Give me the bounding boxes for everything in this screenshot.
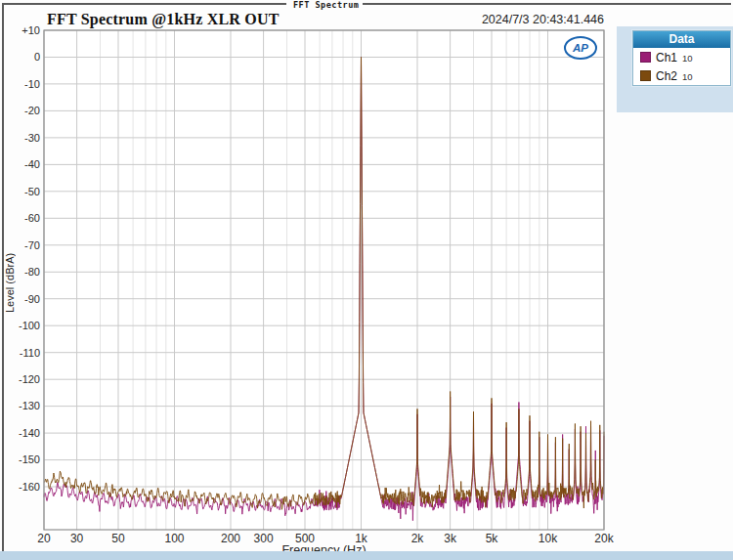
svg-text:-80: -80 [24,266,40,278]
legend-swatch-ch1 [640,52,651,63]
legend-row-ch1[interactable]: Ch110 [633,48,730,66]
ap-logo-text: AP [573,42,588,54]
svg-text:+10: +10 [22,24,40,36]
svg-text:-10: -10 [24,78,40,90]
svg-text:0: 0 [34,51,40,63]
svg-text:-20: -20 [24,105,40,116]
svg-text:-50: -50 [24,186,40,197]
legend-row-ch2[interactable]: Ch210 [633,66,730,85]
fft-spectrum-window: FFT Spectrum FFT Spectrum @1kHz XLR OUT … [0,0,733,560]
svg-text:-40: -40 [24,158,40,170]
legend-label: Ch1 [656,51,677,65]
ap-logo-icon: AP [564,36,597,60]
legend-swatch-ch2 [640,70,651,81]
y-axis-title: Level (dBrA) [4,225,16,340]
plot-background [44,30,604,530]
svg-text:-160: -160 [19,481,40,493]
bottom-strip [0,551,733,560]
svg-text:-70: -70 [24,239,40,251]
svg-text:-120: -120 [19,373,40,385]
svg-text:-140: -140 [19,427,40,439]
legend-label: Ch2 [656,69,677,83]
legend: Data Ch110Ch210 [632,30,731,86]
svg-text:-150: -150 [19,453,40,465]
svg-text:-110: -110 [20,347,40,359]
svg-text:-90: -90 [24,293,40,305]
svg-text:-60: -60 [24,212,40,224]
panel-tab-title[interactable]: FFT Spectrum [289,0,363,10]
legend-header: Data [633,31,730,48]
legend-value: 10 [682,69,693,82]
legend-rows: Ch110Ch210 [633,48,730,85]
legend-value: 10 [682,51,693,64]
y-tick-labels: +100-10-20-30-40-50-60-70-80-90-100-110-… [19,24,40,493]
svg-text:-100: -100 [19,320,40,331]
svg-text:-30: -30 [24,132,40,144]
svg-text:-130: -130 [19,400,40,411]
